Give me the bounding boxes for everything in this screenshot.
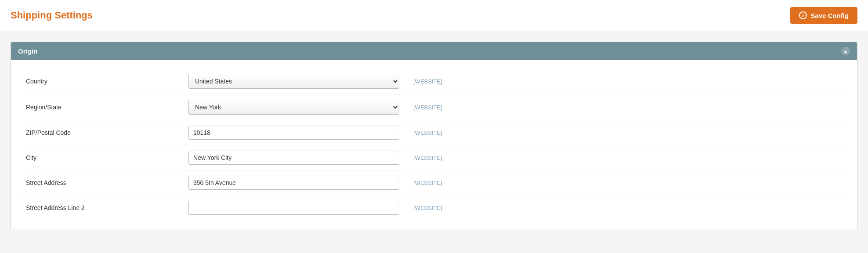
origin-section-panel: Origin ▲ Country United States [WEBSITE] — [11, 42, 857, 229]
country-input-wrap: United States — [188, 74, 399, 89]
city-input-wrap — [188, 151, 399, 165]
content-area: Origin ▲ Country United States [WEBSITE] — [0, 31, 868, 240]
country-select[interactable]: United States — [188, 74, 399, 89]
city-input[interactable] — [188, 151, 399, 165]
street-address-2-scope-badge: [WEBSITE] — [399, 205, 452, 211]
street-address-2-label: Street Address Line 2 — [22, 204, 188, 211]
form-row-country: Country United States [WEBSITE] — [22, 69, 846, 94]
form-row-city: City [WEBSITE] — [22, 145, 846, 170]
form-row-street-address-2: Street Address Line 2 [WEBSITE] — [22, 195, 846, 220]
form-row-street-address: Street Address [WEBSITE] — [22, 170, 846, 195]
collapse-icon[interactable]: ▲ — [841, 47, 850, 55]
region-state-label: Region/State — [22, 104, 188, 111]
street-address-label: Street Address — [22, 179, 188, 186]
header-bar: Shipping Settings ✓ Save Config — [0, 0, 868, 31]
zip-scope-badge: [WEBSITE] — [399, 130, 452, 136]
city-label: City — [22, 154, 188, 161]
save-icon: ✓ — [799, 11, 807, 19]
page-title: Shipping Settings — [11, 10, 93, 21]
city-scope-badge: [WEBSITE] — [399, 155, 452, 161]
page-wrapper: Shipping Settings ✓ Save Config Origin ▲… — [0, 0, 868, 253]
zip-label: ZIP/Postal Code — [22, 129, 188, 136]
zip-input-wrap — [188, 126, 399, 140]
save-config-button[interactable]: ✓ Save Config — [790, 7, 857, 24]
street-address-2-input[interactable] — [188, 201, 399, 215]
origin-section-title: Origin — [18, 47, 37, 55]
country-label: Country — [22, 78, 188, 85]
origin-section-body: Country United States [WEBSITE] Region/S… — [11, 60, 857, 229]
street-address-input-wrap — [188, 176, 399, 190]
form-row-zip: ZIP/Postal Code [WEBSITE] — [22, 120, 846, 145]
save-config-label: Save Config — [810, 12, 849, 19]
street-address-scope-badge: [WEBSITE] — [399, 180, 452, 186]
region-state-input-wrap: New York — [188, 100, 399, 115]
zip-input[interactable] — [188, 126, 399, 140]
region-state-scope-badge: [WEBSITE] — [399, 104, 452, 111]
country-scope-badge: [WEBSITE] — [399, 78, 452, 85]
form-row-region-state: Region/State New York [WEBSITE] — [22, 94, 846, 120]
region-state-select[interactable]: New York — [188, 100, 399, 115]
street-address-input[interactable] — [188, 176, 399, 190]
street-address-2-input-wrap — [188, 201, 399, 215]
origin-section-header: Origin ▲ — [11, 42, 857, 60]
